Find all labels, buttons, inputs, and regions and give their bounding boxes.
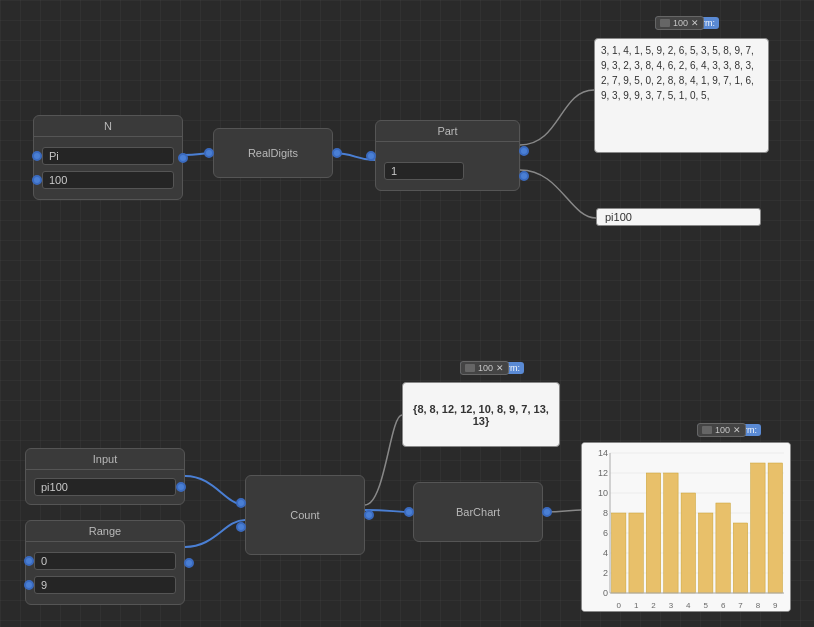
close-icon-digits[interactable]: ✕ [691, 18, 699, 28]
part-output-port2[interactable] [519, 171, 529, 181]
count-badge-icon-barchart [702, 426, 712, 434]
range-input1[interactable] [34, 552, 176, 570]
input-node-title: Input [26, 449, 184, 470]
n-pi-input[interactable] [42, 147, 174, 165]
barchart-input-port[interactable] [404, 507, 414, 517]
n-100-input[interactable] [42, 171, 174, 189]
count-value-count: 100 [478, 363, 493, 373]
pi-digits-text: 3, 1, 4, 1, 5, 9, 2, 6, 5, 3, 5, 8, 9, 7… [601, 45, 754, 101]
count-badge-icon-count [465, 364, 475, 372]
range-output-port[interactable] [184, 558, 194, 568]
input-node: Input [25, 448, 185, 505]
input-node-body [26, 470, 184, 504]
part-input-port[interactable] [366, 151, 376, 161]
count-output-port[interactable] [364, 510, 374, 520]
count-badge-barchart: 100 ✕ [697, 423, 746, 437]
part-node: Part [375, 120, 520, 191]
n-node-body [34, 137, 182, 199]
range-node: Range [25, 520, 185, 605]
close-icon-barchart[interactable]: ✕ [733, 425, 741, 435]
part-title: Part [376, 121, 519, 142]
range-input-port2[interactable] [24, 580, 34, 590]
n-pi-input-port[interactable] [32, 151, 42, 161]
input-output-port[interactable] [176, 482, 186, 492]
part-output-port1[interactable] [519, 146, 529, 156]
barchart-canvas [582, 443, 791, 612]
barchart-output [581, 442, 791, 612]
barchart-title: BarChart [456, 506, 500, 518]
count-badge-digits: 100 ✕ [655, 16, 704, 30]
n-output-port[interactable] [178, 153, 188, 163]
count-result-output-box[interactable]: {8, 8, 12, 12, 10, 8, 9, 7, 13, 13} [402, 382, 560, 447]
range-title: Range [26, 521, 184, 542]
pi-digits-output-box[interactable]: 3, 1, 4, 1, 5, 9, 2, 6, 5, 3, 5, 8, 9, 7… [594, 38, 769, 153]
range-input-port1[interactable] [24, 556, 34, 566]
n-node-title: N [34, 116, 182, 137]
range-input2[interactable] [34, 576, 176, 594]
count-result-text: {8, 8, 12, 12, 10, 8, 9, 7, 13, 13} [409, 403, 553, 427]
count-badge-count: 100 ✕ [460, 361, 509, 375]
part-input-field[interactable] [384, 162, 464, 180]
count-input-port2[interactable] [236, 522, 246, 532]
realdigits-title: RealDigits [248, 147, 298, 159]
barchart-output-port[interactable] [542, 507, 552, 517]
input-field-pi100[interactable] [34, 478, 176, 496]
count-badge-icon-digits [660, 19, 670, 27]
n-100-input-port[interactable] [32, 175, 42, 185]
realdigits-output-port[interactable] [332, 148, 342, 158]
count-value-digits: 100 [673, 18, 688, 28]
range-body [26, 542, 184, 604]
pi100-output-label: pi100 [596, 208, 761, 226]
barchart-node: BarChart [413, 482, 543, 542]
realdigits-node: RealDigits [213, 128, 333, 178]
count-title: Count [290, 509, 319, 521]
close-icon-count[interactable]: ✕ [496, 363, 504, 373]
n-node: N [33, 115, 183, 200]
count-node: Count [245, 475, 365, 555]
count-input-port1[interactable] [236, 498, 246, 508]
realdigits-input-port[interactable] [204, 148, 214, 158]
count-value-barchart: 100 [715, 425, 730, 435]
